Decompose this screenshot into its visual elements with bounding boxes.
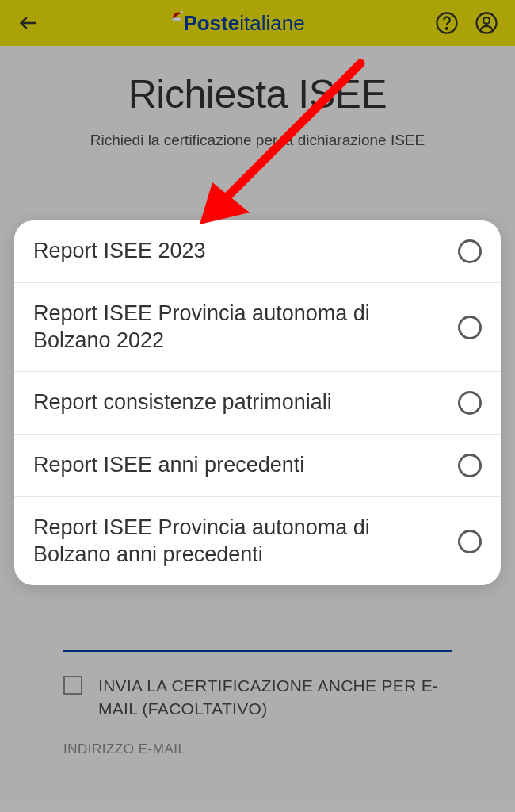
modal-option-anni-precedenti[interactable]: Report ISEE anni precedenti bbox=[14, 435, 501, 497]
modal-option-label: Report ISEE Provincia autonoma di Bolzan… bbox=[33, 515, 458, 569]
radio-icon bbox=[458, 239, 482, 263]
modal-option-bolzano-precedenti[interactable]: Report ISEE Provincia autonoma di Bolzan… bbox=[14, 497, 501, 586]
report-select-modal: Report ISEE 2023 Report ISEE Provincia a… bbox=[14, 220, 501, 585]
modal-option-label: Report ISEE 2023 bbox=[33, 238, 219, 265]
modal-option-consistenze[interactable]: Report consistenze patrimoniali bbox=[14, 372, 501, 435]
modal-option-report-bolzano-2022[interactable]: Report ISEE Provincia autonoma di Bolzan… bbox=[14, 283, 501, 373]
radio-icon bbox=[458, 454, 482, 477]
radio-icon bbox=[458, 391, 482, 415]
modal-option-report-isee-2023[interactable]: Report ISEE 2023 bbox=[14, 220, 501, 283]
radio-icon bbox=[458, 316, 482, 339]
modal-option-label: Report consistenze patrimoniali bbox=[33, 389, 345, 416]
modal-option-label: Report ISEE Provincia autonoma di Bolzan… bbox=[33, 301, 458, 354]
radio-icon bbox=[458, 530, 482, 553]
modal-option-label: Report ISEE anni precedenti bbox=[33, 452, 317, 479]
